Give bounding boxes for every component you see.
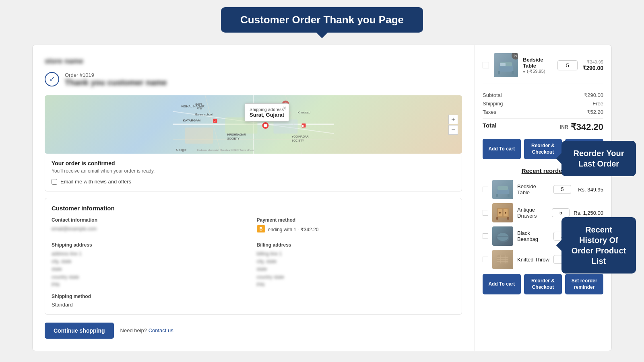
thank-you-message: Thank you customer name xyxy=(65,78,167,87)
order-number: Order #1019 xyxy=(65,72,167,78)
billing-address-value: billing line 1city, statestatecountry st… xyxy=(257,250,456,289)
svg-rect-34 xyxy=(500,63,506,66)
taxes-value: ₹52.20 xyxy=(587,109,603,115)
svg-rect-45 xyxy=(507,217,509,220)
current-item-name: Bedside Table xyxy=(523,57,553,69)
bottom-action-buttons: Add To cart Reorder & Checkout Set reord… xyxy=(483,274,603,294)
history-callout-box: Recent History Of Order Product List xyxy=(561,217,636,274)
set-reminder-button-bottom[interactable]: Set reorder reminder xyxy=(565,274,603,294)
current-item-quantity[interactable] xyxy=(557,60,578,70)
svg-rect-7 xyxy=(274,119,298,134)
store-name: store name xyxy=(45,57,83,66)
shipping-value: Free xyxy=(592,101,603,107)
shipping-row: Shipping Free xyxy=(483,101,603,107)
contact-label: Contact information xyxy=(52,217,250,223)
order-confirmed-title: Your order is confirmed xyxy=(52,160,455,167)
reorder-checkout-button-bottom[interactable]: Reorder & Checkout xyxy=(524,274,562,294)
reorder-item-4-name: Knitted Throw xyxy=(517,257,549,263)
reorder-item-4-image xyxy=(492,250,513,269)
svg-rect-8 xyxy=(185,128,213,144)
svg-point-43 xyxy=(505,212,506,214)
order-summary: Subtotal ₹290.00 Shipping Free Taxes ₹52… xyxy=(483,92,603,132)
svg-text:YOGINAGAR: YOGINAGAR xyxy=(292,135,309,138)
email-checkbox-label[interactable]: Email me with news and offers xyxy=(52,179,455,185)
reorder-checkbox-4[interactable] xyxy=(483,257,488,262)
current-order-item: 5 Bedside Table ● (-₹59.95) ₹349.95 ₹290… xyxy=(483,53,603,84)
svg-rect-37 xyxy=(496,194,498,197)
payment-badge: B xyxy=(257,225,266,232)
svg-text:मोटा: मोटा xyxy=(197,107,202,110)
reorder-item-2-qty[interactable] xyxy=(552,208,570,217)
map-zoom-in[interactable]: + xyxy=(448,115,458,124)
shipping-address-label: Shipping address xyxy=(52,242,250,248)
help-text: Need help? Contact us xyxy=(120,327,173,333)
svg-text:Khadsad: Khadsad xyxy=(298,111,311,114)
billing-address-block: Billing address billing line 1city, stat… xyxy=(257,242,456,289)
svg-text:HRISHNAGAR: HRISHNAGAR xyxy=(227,133,246,136)
contact-us-link[interactable]: Contact us xyxy=(149,327,173,333)
svg-text:SOCIETY: SOCIETY xyxy=(292,139,304,142)
reorder-item-2-price: Rs. 1,250.00 xyxy=(574,210,603,216)
billing-label: Billing address xyxy=(257,242,456,248)
current-item-discount: ● (-₹59.95) xyxy=(523,69,553,74)
shipping-address-value: address line 1city, statestatecountry st… xyxy=(52,250,250,289)
reorder-checkbox-1[interactable] xyxy=(483,187,488,192)
reorder-checkbox-3[interactable] xyxy=(483,233,488,239)
total-right: INR ₹342.20 xyxy=(560,122,603,132)
svg-text:Google: Google xyxy=(176,148,187,152)
svg-rect-33 xyxy=(512,71,514,74)
customer-info-title: Customer information xyxy=(52,205,455,212)
current-item-final-price: ₹290.00 xyxy=(582,65,603,71)
map-popup-close[interactable]: ✕ xyxy=(283,105,287,111)
current-item-image: 5 xyxy=(494,53,518,77)
payment-method-text: ending with 1 - ₹342.20 xyxy=(268,227,318,232)
map-zoom-out[interactable]: − xyxy=(448,125,458,135)
current-item-details: Bedside Table ● (-₹59.95) xyxy=(523,57,553,74)
taxes-row: Taxes ₹52.20 xyxy=(483,109,603,115)
total-currency: INR xyxy=(560,124,568,130)
svg-text:H: H xyxy=(302,125,304,128)
current-item-checkbox[interactable] xyxy=(483,62,489,68)
map-controls: + − xyxy=(448,115,458,135)
order-header: ✓ Order #1019 Thank you customer name xyxy=(45,72,462,87)
total-amount: ₹342.20 xyxy=(571,122,603,132)
taxes-label: Taxes xyxy=(483,109,496,115)
svg-rect-36 xyxy=(497,186,508,190)
payment-label: Payment method xyxy=(257,217,456,223)
history-callout-text: Recent History Of Order Product List xyxy=(572,225,626,265)
reorder-item-1-qty[interactable] xyxy=(553,185,571,194)
payment-info-block: Payment method B ending with 1 - ₹342.20 xyxy=(257,217,456,236)
total-row: Total INR ₹342.20 xyxy=(483,118,603,132)
svg-text:વરાછા: વરાછા xyxy=(195,103,202,105)
svg-text:H: H xyxy=(214,120,216,123)
svg-text:Gajera school: Gajera school xyxy=(195,113,213,116)
bottom-actions: Continue shopping Need help? Contact us xyxy=(45,323,462,339)
reorder-item-3-image xyxy=(492,226,513,246)
add-to-cart-button-top[interactable]: Add To cart xyxy=(483,139,521,159)
subtotal-row: Subtotal ₹290.00 xyxy=(483,92,603,98)
email-checkbox-input[interactable] xyxy=(52,179,57,185)
reorder-item-1-price: Rs. 349.95 xyxy=(575,187,603,193)
info-grid: Contact information email@example.com Pa… xyxy=(52,217,455,289)
svg-rect-32 xyxy=(498,71,500,74)
svg-text:KATARGAM: KATARGAM xyxy=(183,119,201,122)
right-panel: 5 Bedside Table ● (-₹59.95) ₹349.95 ₹290… xyxy=(475,45,611,351)
subtotal-label: Subtotal xyxy=(483,92,502,98)
order-confirmed-box: Your order is confirmed You'll receive a… xyxy=(45,154,462,191)
current-item-pricing: ₹349.95 ₹290.00 xyxy=(582,60,603,71)
email-checkbox-text: Email me with news and offers xyxy=(60,179,131,185)
continue-shopping-button[interactable]: Continue shopping xyxy=(45,323,114,339)
left-panel: store name ✓ Order #1019 Thank you custo… xyxy=(33,45,475,351)
shipping-method-label: Shipping method xyxy=(52,294,455,299)
map-popup-location: Surat, Gujarat xyxy=(250,112,284,118)
shipping-method-value: Standard xyxy=(52,302,455,308)
reorder-item-2-name: Antique Drawers xyxy=(517,207,548,219)
reorder-callout-box: Reorder Your Last Order xyxy=(561,141,636,176)
svg-rect-38 xyxy=(508,194,510,197)
contact-info-block: Contact information email@example.com xyxy=(52,217,250,236)
shipping-label: Shipping xyxy=(483,101,503,107)
svg-point-10 xyxy=(264,124,267,127)
map-container: Google Keyboard shortcuts | Map data ©20… xyxy=(45,95,462,154)
add-to-cart-button-bottom[interactable]: Add To cart xyxy=(483,274,521,294)
reorder-checkbox-2[interactable] xyxy=(483,210,488,216)
